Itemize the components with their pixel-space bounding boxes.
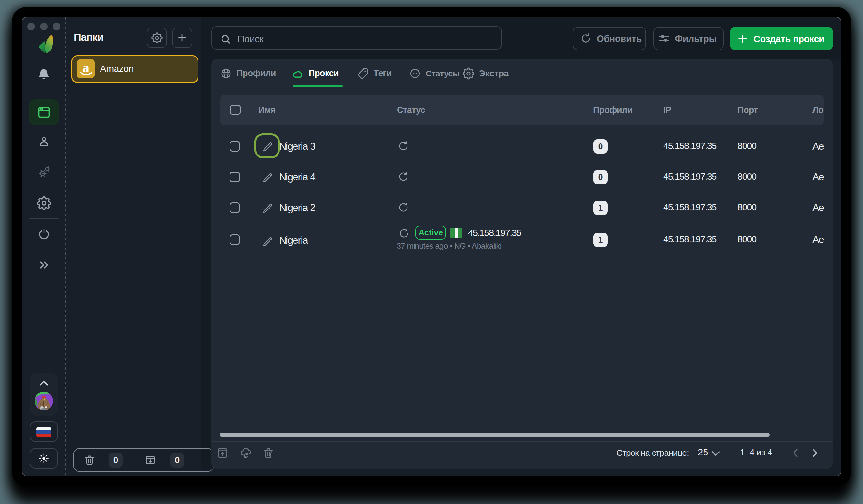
svg-text:a: a bbox=[82, 61, 90, 76]
